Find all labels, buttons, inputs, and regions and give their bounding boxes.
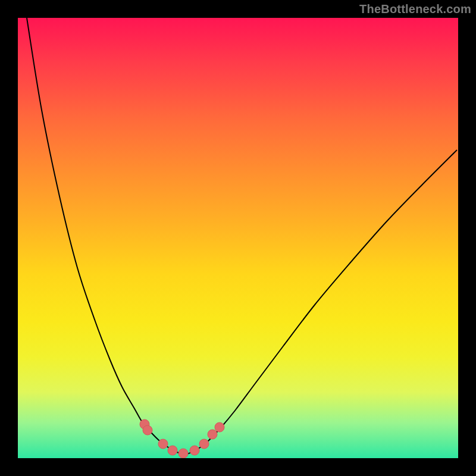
valley-markers-group bbox=[140, 419, 224, 458]
chart-frame: TheBottleneck.com bbox=[0, 0, 476, 476]
valley-marker bbox=[140, 419, 149, 429]
bottleneck-curve-left bbox=[27, 18, 187, 454]
chart-svg bbox=[18, 18, 458, 458]
valley-marker bbox=[158, 439, 168, 449]
valley-marker bbox=[178, 449, 188, 458]
valley-marker bbox=[168, 446, 177, 455]
valley-marker bbox=[215, 422, 224, 432]
valley-marker bbox=[208, 430, 217, 439]
bottleneck-curve-right bbox=[187, 150, 457, 454]
valley-marker bbox=[190, 446, 199, 455]
valley-marker bbox=[143, 425, 152, 435]
watermark-text: TheBottleneck.com bbox=[359, 2, 471, 16]
plot-area bbox=[18, 18, 458, 458]
valley-marker bbox=[199, 439, 209, 449]
